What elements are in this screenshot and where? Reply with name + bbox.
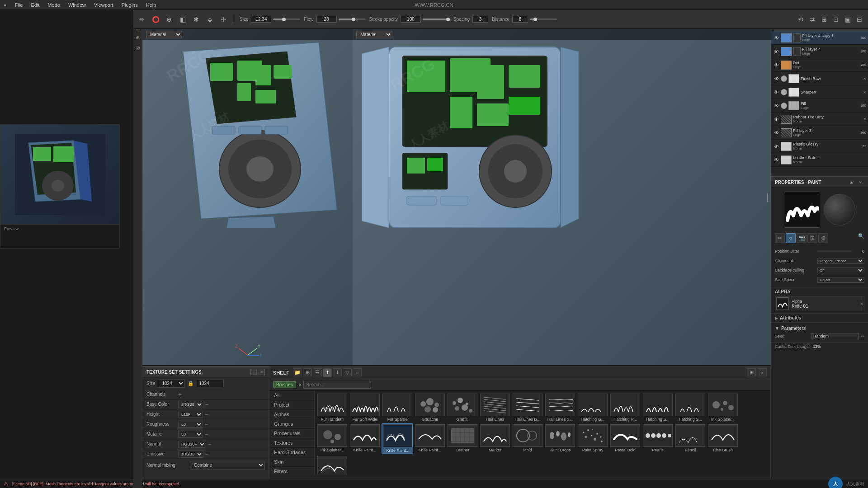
layer-vis-4[interactable]: 👁: [773, 89, 779, 95]
roughness-remove-icon[interactable]: −: [205, 421, 208, 427]
shelf-cat-alphas[interactable]: Alphas: [269, 410, 314, 419]
layer-vis-3[interactable]: 👁: [773, 75, 779, 82]
flow-input[interactable]: [316, 16, 337, 23]
brush-leather[interactable]: Leather: [447, 423, 478, 454]
shelf-cat-textures[interactable]: Textures: [269, 438, 314, 448]
add-channel-icon[interactable]: +: [178, 391, 182, 398]
layer-delete-4[interactable]: ×: [863, 89, 866, 95]
prop-close-icon[interactable]: ×: [856, 178, 864, 186]
menu-window[interactable]: Window: [65, 1, 90, 9]
brush-fur-random[interactable]: Fur Random: [316, 393, 348, 422]
size-select[interactable]: 1024: [158, 379, 185, 388]
brush-tool-icon[interactable]: ✏: [137, 14, 147, 24]
prop-tool-paint[interactable]: ✏: [775, 233, 785, 243]
vp-left-mode-dropdown[interactable]: Material: [146, 31, 182, 38]
fill-tool-icon[interactable]: ⬙: [205, 14, 215, 24]
metallic-select[interactable]: L8: [178, 431, 203, 438]
backface-culling-select[interactable]: Off: [817, 267, 864, 273]
shelf-icon-filter[interactable]: ▽: [343, 368, 352, 377]
stamp-tool-icon[interactable]: ✱: [191, 14, 201, 24]
brush-rice-brush-2[interactable]: Rice Brush...: [316, 455, 348, 475]
brush-graffiti[interactable]: Graffiti: [447, 393, 478, 422]
layer-item-7[interactable]: 👁 Fill layer 3 Ldge 100: [771, 126, 868, 140]
menu-file[interactable]: File: [11, 1, 27, 9]
brush-knife-paint-1[interactable]: Knife Paint...: [349, 423, 381, 454]
layer-item-8[interactable]: 👁 Plastic Glossy Norm 22: [771, 140, 868, 153]
layer-item-4[interactable]: 👁 Sharpen ×: [771, 85, 868, 99]
layer-vis-2[interactable]: 👁: [773, 62, 779, 68]
distance-input[interactable]: [512, 16, 528, 23]
stroke-opacity-slider[interactable]: [423, 19, 450, 20]
shelf-cat-project[interactable]: Project: [269, 400, 314, 410]
shelf-cat-hard-surfaces[interactable]: Hard Surfaces: [269, 448, 314, 457]
view-icon-2[interactable]: ⊡: [831, 14, 841, 24]
distance-slider[interactable]: [530, 19, 557, 20]
shelf-icon-list[interactable]: ☰: [313, 368, 322, 377]
menu-edit[interactable]: Edit: [27, 1, 43, 9]
layer-vis-6[interactable]: 👁: [773, 116, 779, 122]
shelf-icon-grid[interactable]: ⊞: [303, 368, 312, 377]
shelf-icon-export[interactable]: ⬇: [333, 368, 342, 377]
layer-vis-8[interactable]: 👁: [773, 143, 779, 150]
brush-pencil[interactable]: Pencil: [675, 423, 706, 454]
height-remove-icon[interactable]: −: [205, 411, 208, 418]
brush-knife-paint-2[interactable]: Knife Paint...: [382, 423, 413, 454]
brush-hair-lines[interactable]: Hair Lines: [479, 393, 511, 422]
brush-ink-splatter-2[interactable]: Ink Splatter...: [316, 423, 348, 454]
move-tool-icon[interactable]: ☩: [218, 14, 228, 24]
view-icon-1[interactable]: ⊞: [819, 14, 829, 24]
layer-item-0[interactable]: 👁 Fill layer 4 copy 1 Ldge 100: [771, 31, 868, 45]
eraser-tool-icon[interactable]: ⭕: [151, 14, 160, 24]
size-space-select[interactable]: Object: [817, 277, 864, 283]
brush-paint-drops[interactable]: Paint Drops: [544, 423, 576, 454]
stroke-opacity-input[interactable]: [401, 16, 421, 23]
layer-vis-0[interactable]: 👁: [773, 35, 779, 41]
layer-item-2[interactable]: 👁 Dirt Ldge 100: [771, 58, 868, 72]
prop-tool-grid[interactable]: ⊞: [807, 233, 817, 243]
layer-item-6[interactable]: 👁 Rubber Tire Dirty Norm 0: [771, 113, 868, 126]
layer-vis-5[interactable]: 👁: [773, 103, 779, 109]
prop-search-icon[interactable]: 🔍: [858, 233, 864, 243]
seed-edit-icon[interactable]: ✏: [861, 334, 864, 339]
roughness-select[interactable]: L8: [178, 421, 203, 428]
alignment-select[interactable]: Tangent | Planar: [817, 258, 864, 264]
shelf-cat-grunges[interactable]: Grunges: [269, 419, 314, 429]
prop-tool-camera[interactable]: 📷: [797, 233, 807, 243]
filter-tag-close-icon[interactable]: ×: [299, 382, 302, 387]
metallic-remove-icon[interactable]: −: [205, 431, 208, 437]
viewport-left[interactable]: Material RRCG 人人素材: [142, 29, 353, 365]
brushes-filter-tag[interactable]: Brushes: [273, 381, 296, 388]
shelf-icon-search-toggle[interactable]: ○: [353, 368, 362, 377]
brush-hair-lines-d[interactable]: Hair Lines D...: [512, 393, 543, 422]
symmetry-icon[interactable]: ⟲: [796, 14, 806, 24]
mini-preview-canvas[interactable]: [0, 125, 119, 224]
size-input[interactable]: [251, 16, 271, 23]
brush-hatching-g[interactable]: Hatching G...: [577, 393, 609, 422]
left-icon-3[interactable]: ⊕: [134, 33, 142, 42]
brush-knife-paint-3[interactable]: Knife Paint...: [414, 423, 446, 454]
base-color-remove-icon[interactable]: −: [205, 401, 208, 408]
parameters-toggle[interactable]: ▼ Parameters: [775, 324, 864, 332]
brush-pastel-bold[interactable]: Pastel Bold: [609, 423, 641, 454]
shelf-cat-all[interactable]: All: [269, 391, 314, 400]
clone-tool-icon[interactable]: ⊕: [164, 14, 174, 24]
brush-hatching-s1[interactable]: Hatching S...: [642, 393, 674, 422]
view-icon-3[interactable]: ▣: [843, 14, 853, 24]
shelf-cat-filters[interactable]: Filters: [269, 467, 314, 475]
attributes-toggle[interactable]: ▶ Attributes: [775, 314, 864, 321]
shelf-icon-import[interactable]: ⬆: [323, 368, 332, 377]
prop-expand-icon[interactable]: ⊞: [847, 178, 855, 186]
normal-mixing-select[interactable]: Combine: [190, 461, 265, 469]
menu-help[interactable]: Help: [142, 1, 160, 9]
shelf-search-input[interactable]: [303, 381, 371, 389]
layer-item-9[interactable]: 👁 Leather Safe... Norm: [771, 153, 868, 167]
normal-select[interactable]: RGB16F: [178, 441, 206, 448]
brush-gouache[interactable]: Gouache: [414, 393, 446, 422]
emissive-remove-icon[interactable]: −: [205, 451, 208, 457]
brush-rice-brush[interactable]: Rice Brush: [707, 423, 739, 454]
menu-viewport[interactable]: Viewport: [90, 1, 117, 9]
brush-hatching-r[interactable]: Hatching R...: [609, 393, 641, 422]
height-select[interactable]: L16F: [178, 411, 203, 418]
alpha-remove-icon[interactable]: ×: [860, 301, 863, 306]
emissive-select[interactable]: sRGB8: [178, 450, 203, 458]
